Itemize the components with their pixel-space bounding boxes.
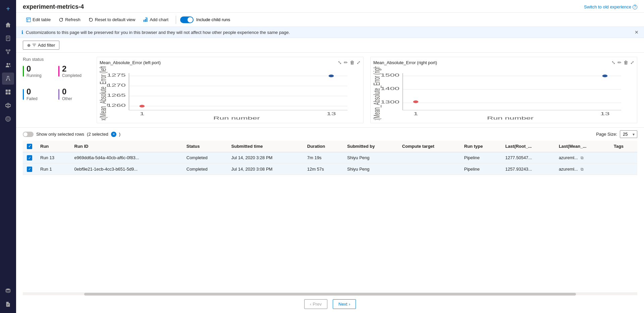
chart-right-area: x(Mean_Absolute_Error (right 1500 1400 1… [373,66,634,120]
sidebar-item-home[interactable] [2,19,14,31]
table-header: ✓ Run Run ID Status Submitted time Durat… [23,141,637,152]
svg-point-59 [602,75,608,77]
toolbar: Edit table Refresh Reset to default view… [16,13,644,27]
svg-point-22 [6,288,10,290]
sidebar-item-models[interactable] [2,99,14,111]
submitted-by-13: Shiyu Peng [343,152,398,164]
create-button[interactable]: + [2,3,14,15]
select-all-checkbox[interactable]: ✓ [27,144,32,149]
row-checkbox-1[interactable]: ✓ [23,152,36,164]
failed-count: 0 [26,87,38,96]
failed-label: Failed [26,96,38,101]
top-bar: experiment-metrics-4 Switch to old exper… [16,0,644,13]
run-status-panel: Run status 0 Running 2 Completed [23,57,90,123]
col-submitted-by: Submitted by [343,141,398,152]
svg-text:1270: 1270 [107,83,126,87]
svg-rect-15 [8,92,10,94]
row-checkbox-1[interactable]: ✓ [23,164,36,175]
svg-line-8 [7,51,8,52]
chart-right-expand-icon[interactable]: ⤢ [630,60,634,65]
other-status: 0 Other [58,87,90,101]
next-arrow-icon: › [349,302,350,307]
edit-table-button[interactable]: Edit table [23,15,54,24]
info-bar-close-icon[interactable]: ✕ [635,30,639,35]
reset-button[interactable]: Reset to default view [85,15,139,24]
run-link-1[interactable]: Run 1 [36,164,70,175]
svg-rect-14 [6,92,8,94]
run-link-13[interactable]: Run 13 [36,152,70,164]
svg-point-4 [6,50,7,51]
clear-selection-badge[interactable]: ✕ [111,132,116,137]
tags-13 [610,152,637,164]
horizontal-scrollbar[interactable] [23,293,637,295]
col-last-mean: Last(Mean_... [555,141,610,152]
add-filter-button[interactable]: ⊕ Add filter [23,41,59,50]
show-selected-toggle[interactable] [23,132,34,137]
next-button[interactable]: Next › [333,299,356,309]
chart-left-delete-icon[interactable]: 🗑 [350,60,355,65]
checked-icon-1[interactable]: ✓ [27,167,32,172]
sidebar-item-pipelines[interactable] [2,46,14,58]
table-wrapper: ✓ Run Run ID Status Submitted time Durat… [23,141,637,293]
svg-text:1500: 1500 [381,73,399,77]
chart-right-edit-icon[interactable]: ✏ [618,60,622,65]
checked-icon-1[interactable]: ✓ [27,155,32,161]
reset-icon [89,17,93,22]
chart-left-area: x(Mean_Absolute_Error (left 1275 1270 12… [100,66,361,120]
col-run: Run [36,141,70,152]
selected-count: (2 selected [87,132,108,137]
completed-bar [58,66,59,77]
edit-table-icon [26,17,31,22]
failed-status: 0 Failed [23,87,54,101]
failed-bar [23,89,24,100]
col-run-type: Run type [460,141,501,152]
chart-left-header: Mean_Absolute_Error (left port) ⤡ ✏ 🗑 ⤢ [100,60,361,65]
sidebar-item-notebooks[interactable] [2,32,14,44]
child-runs-toggle-switch[interactable] [180,16,194,23]
chart-right-svg: x(Mean_Absolute_Error (right 1500 1400 1… [373,66,634,120]
last-mean-1: azureml... ⧉ [555,164,610,175]
copy-icon-2[interactable]: ⧉ [581,167,584,172]
prev-button[interactable]: ‹ Prev [304,299,327,309]
svg-rect-25 [26,17,31,21]
charts-section: Run status 0 Running 2 Completed [16,53,644,128]
svg-point-45 [329,75,334,77]
prev-arrow-icon: ‹ [310,302,311,307]
add-filter-label: Add filter [38,43,55,48]
col-status: Status [182,141,227,152]
sidebar: + [0,0,16,313]
svg-text:1260: 1260 [107,103,126,107]
compute-target-13 [398,152,460,164]
page-size-wrap: Page Size: 25 50 100 ▼ [596,130,637,138]
svg-point-11 [9,63,10,65]
sidebar-item-people[interactable] [2,59,14,71]
refresh-button[interactable]: Refresh [55,15,84,24]
chart-left-edit-icon[interactable]: ✏ [344,60,348,65]
header-checkbox[interactable]: ✓ [23,141,36,152]
chart-left-actions: ⤡ ✏ 🗑 ⤢ [338,60,361,65]
duration-13: 7m 19s [303,152,343,164]
chart-right-delete-icon[interactable]: 🗑 [624,60,628,65]
svg-rect-13 [8,90,10,92]
add-chart-button[interactable]: Add chart [140,15,172,24]
add-chart-icon [143,17,148,22]
chart-left-line-icon[interactable]: ⤡ [338,60,342,65]
copy-icon-1[interactable]: ⧉ [581,155,584,160]
svg-point-6 [7,53,9,54]
sidebar-item-dashboard[interactable] [2,86,14,98]
chart-left-svg: x(Mean_Absolute_Error (left 1275 1270 12… [100,66,361,120]
page-size-select[interactable]: 25 50 100 [620,130,637,138]
run-id-1: 0ebf9e21-1ecb-4cc3-b651-5d9... [70,164,182,175]
sidebar-item-experiments[interactable] [2,73,14,85]
switch-experience-link[interactable]: Switch to old experience ? [584,4,637,9]
sidebar-item-data[interactable] [2,285,14,297]
chart-left-expand-icon[interactable]: ⤢ [357,60,361,65]
svg-point-44 [140,105,145,107]
sidebar-item-endpoints[interactable] [2,113,14,125]
table-section: Show only selected rows (2 selected ✕ ) … [16,128,644,313]
chart-right-line-icon[interactable]: ⤡ [611,60,615,65]
sidebar-item-notebooks2[interactable] [2,298,14,310]
run-type-13: Pipeline [460,152,501,164]
last-root-1: 1257.93243... [501,164,554,175]
last-root-13: 1277.50547... [501,152,554,164]
